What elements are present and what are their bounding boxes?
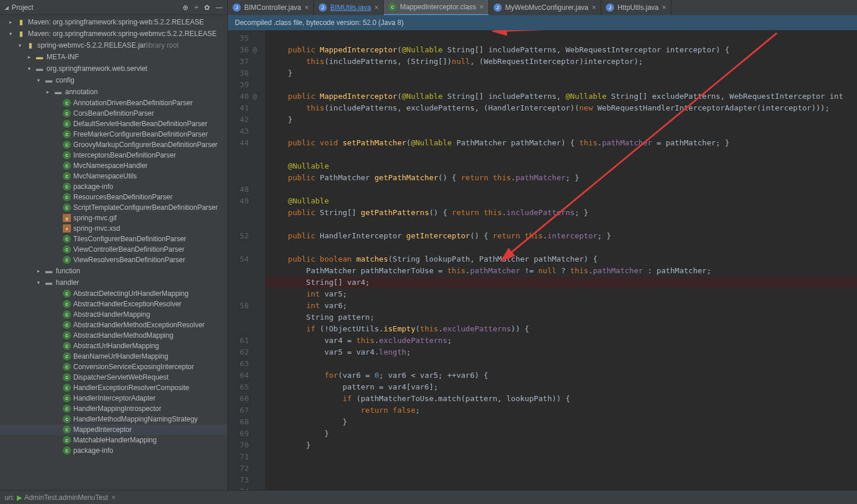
class-icon: c (63, 256, 71, 264)
tree-item[interactable]: cAbstractUrlHandlerMapping (0, 341, 227, 351)
close-tab-icon[interactable]: × (374, 3, 378, 12)
class-icon: c (63, 342, 71, 350)
sidebar-title: Project (12, 3, 183, 12)
tree-item[interactable]: cAbstractHandlerExceptionResolver (0, 299, 227, 309)
run-label: un: (5, 494, 15, 502)
tree-item[interactable]: cFreeMarkerConfigurerBeanDefinitionParse… (0, 129, 227, 140)
code-body[interactable]: public MappedInterceptor(@Nullable Strin… (265, 30, 857, 490)
tree-item[interactable]: cInterceptorsBeanDefinitionParser (0, 150, 227, 160)
line-gutter[interactable]: 3536@37383940@41424344484952545861626364… (228, 30, 253, 490)
close-tab-icon[interactable]: × (592, 3, 596, 12)
tree-item[interactable]: cViewResolversBeanDefinitionParser (0, 255, 227, 265)
tree-item[interactable]: cAbstractDetectingUrlHandlerMapping (0, 288, 227, 299)
project-tree[interactable]: ▸▮Maven: org.springframework:spring-web:… (0, 15, 227, 490)
tree-item[interactable]: cHandlerInterceptorAdapter (0, 393, 227, 403)
tree-item[interactable]: cMatchableHandlerMapping (0, 435, 227, 445)
editor-tabs: JBIMController.java×JBIMUtils.java×cMapp… (228, 0, 857, 15)
class-icon: x (63, 224, 71, 233)
jar-icon: ▮ (26, 41, 35, 50)
tree-item[interactable]: cDefaultServletHandlerBeanDefinitionPars… (0, 119, 227, 129)
class-icon: c (63, 373, 71, 381)
class-icon: g (63, 214, 71, 222)
class-icon: c (63, 415, 71, 423)
editor-tab[interactable]: JBIMUtils.java× (314, 0, 384, 15)
close-tab-icon[interactable]: × (305, 3, 309, 12)
tree-item[interactable]: cAbstractHandlerMethodExceptionResolver (0, 320, 227, 330)
tree-item[interactable]: cpackage-info (0, 445, 227, 456)
project-sidebar: ◢ Project ⊕ ÷ ✿ — ▸▮Maven: org.springfra… (0, 0, 228, 490)
tree-item[interactable]: gspring-mvc.gif (0, 213, 227, 223)
tree-item[interactable]: cTilesConfigurerBeanDefinitionParser (0, 234, 227, 244)
class-icon: c (63, 130, 71, 138)
tree-item[interactable]: cAnnotationDrivenBeanDefinitionParser (0, 98, 227, 108)
folder-icon: ▬ (35, 52, 44, 62)
tree-item[interactable]: cScriptTemplateConfigurerBeanDefinitionP… (0, 202, 227, 213)
class-icon: c (63, 426, 71, 434)
tree-item[interactable]: cMappedInterceptor (0, 424, 227, 435)
tree-item[interactable]: cCorsBeanDefinitionParser (0, 108, 227, 119)
library-icon: ▮ (16, 17, 26, 27)
file-icon: J (606, 3, 614, 12)
tree-item[interactable]: xspring-mvc.xsd (0, 223, 227, 234)
tree-item[interactable]: cHandlerExceptionResolverComposite (0, 383, 227, 393)
package-icon: ▬ (35, 64, 44, 73)
package-icon: ▬ (44, 278, 53, 287)
class-icon: c (63, 99, 71, 107)
editor-tab[interactable]: cMappedInterceptor.class× (384, 0, 489, 15)
tree-item[interactable]: cBeanNameUrlHandlerMapping (0, 351, 227, 362)
class-icon: c (63, 141, 71, 149)
class-icon: c (63, 289, 71, 298)
library-icon: ▮ (16, 29, 26, 38)
hide-icon[interactable]: — (216, 3, 223, 12)
tree-item[interactable]: cResourcesBeanDefinitionParser (0, 192, 227, 202)
decompiled-banner: Decompiled .class file, bytecode version… (228, 15, 857, 30)
class-icon: c (63, 363, 71, 371)
tree-item[interactable]: cDispatcherServletWebRequest (0, 372, 227, 383)
code-editor[interactable]: 3536@37383940@41424344484952545861626364… (228, 30, 857, 490)
class-icon: c (63, 310, 71, 319)
class-icon: c (63, 394, 71, 402)
package-icon: ▬ (44, 76, 53, 85)
class-icon: c (63, 172, 71, 180)
gear-icon[interactable]: ✿ (204, 3, 210, 12)
close-tab-icon[interactable]: × (662, 3, 666, 12)
file-icon: J (494, 3, 502, 12)
tree-item[interactable]: cMvcNamespaceHandler (0, 160, 227, 171)
run-icon[interactable]: ▶ (17, 494, 22, 502)
tree-item[interactable]: cGroovyMarkupConfigurerBeanDefinitionPar… (0, 140, 227, 150)
class-icon: c (63, 331, 71, 339)
close-tab-icon[interactable]: × (480, 3, 484, 11)
tree-item[interactable]: cAbstractHandlerMethodMapping (0, 330, 227, 341)
editor-tab[interactable]: JBIMController.java× (228, 0, 314, 15)
class-icon: c (63, 109, 71, 117)
class-icon: c (63, 384, 71, 392)
editor-tab[interactable]: JHttpUtils.java× (601, 0, 672, 15)
tree-item[interactable]: cMvcNamespaceUtils (0, 171, 227, 181)
expand-icon[interactable]: ÷ (194, 3, 198, 12)
file-icon: J (233, 3, 241, 12)
target-icon[interactable]: ⊕ (183, 3, 188, 12)
project-collapse-icon[interactable]: ◢ (5, 5, 12, 10)
class-icon: c (63, 405, 71, 413)
tree-item[interactable]: cHandlerMappingIntrospector (0, 403, 227, 414)
editor-tab[interactable]: JMyWebMvcConfigurer.java× (489, 0, 601, 15)
svg-line-1 (504, 30, 800, 31)
close-icon[interactable]: × (112, 494, 116, 502)
class-icon: c (63, 203, 71, 212)
class-icon: c (63, 352, 71, 360)
tree-item[interactable]: cpackage-info (0, 181, 227, 192)
package-icon: ▬ (44, 266, 53, 276)
run-config-name[interactable]: AdminTest.adminMenuTest (24, 494, 108, 502)
class-icon: c (63, 120, 71, 128)
tree-item[interactable]: cHandlerMethodMappingNamingStrategy (0, 414, 227, 424)
class-icon: c (63, 151, 71, 159)
class-icon: c (63, 162, 71, 170)
tree-item[interactable]: cAbstractHandlerMapping (0, 309, 227, 320)
file-icon: c (388, 3, 397, 11)
class-icon: c (63, 245, 71, 253)
class-icon: c (63, 183, 71, 191)
tree-item[interactable]: cConversionServiceExposingInterceptor (0, 362, 227, 372)
class-icon: c (63, 436, 71, 444)
tree-item[interactable]: cViewControllerBeanDefinitionParser (0, 244, 227, 255)
class-icon: c (63, 321, 71, 329)
